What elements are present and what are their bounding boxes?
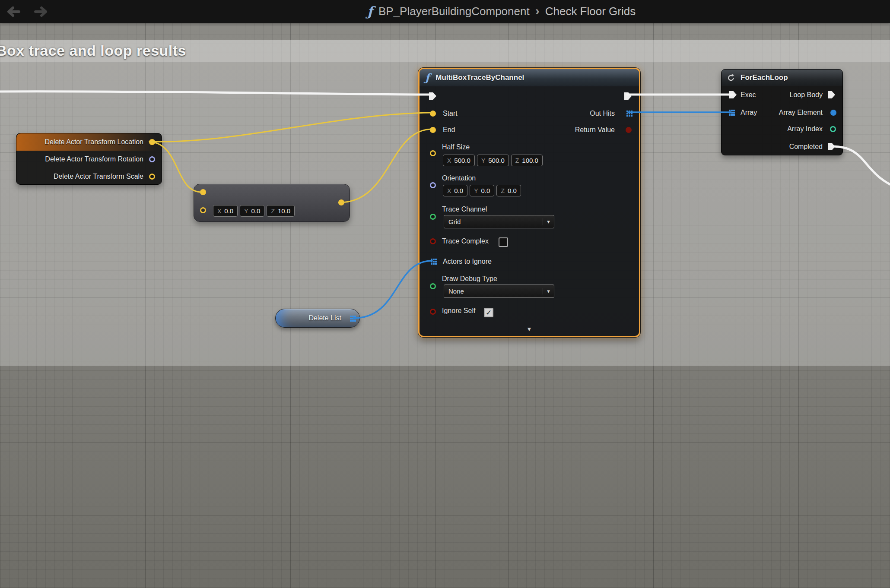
add-x-field[interactable]: X 0.0 (213, 205, 238, 217)
caret-down-icon: ▾ (543, 288, 554, 294)
axis-label: Z (271, 208, 275, 215)
array-element-label: Array Element (779, 108, 823, 117)
add-z-field[interactable]: Z 10.0 (267, 205, 295, 217)
comment-title: Box trace and loop results (0, 42, 186, 59)
vector-add-node[interactable]: X 0.0 Y 0.0 Z 10.0 (194, 184, 350, 222)
out-hits-pin[interactable] (626, 111, 628, 112)
delete-list-output-pin[interactable] (350, 316, 352, 317)
add-output-pin[interactable] (338, 199, 344, 205)
blueprint-graph-canvas[interactable]: Box trace and loop results Delete Actor … (0, 0, 890, 588)
return-value-pin[interactable] (626, 127, 632, 133)
trace-channel-value: Grid (444, 218, 543, 225)
axis-label: Y (474, 187, 478, 194)
trace-complex-label: Trace Complex (442, 237, 489, 246)
half-size-z-field[interactable]: Z 100.0 (511, 155, 543, 166)
loop-icon (727, 73, 735, 82)
transform-scale-row[interactable]: Delete Actor Transform Scale (16, 168, 162, 185)
axis-value: 0.0 (508, 187, 517, 194)
exec-label: Exec (741, 91, 756, 99)
trace-channel-dropdown[interactable]: Grid ▾ (444, 215, 554, 228)
rotation-output-pin[interactable] (149, 156, 155, 162)
loop-body-pin[interactable] (828, 91, 835, 98)
orientation-x-field[interactable]: X 0.0 (443, 185, 467, 196)
out-hits-label: Out Hits (590, 109, 615, 118)
axis-value: 500.0 (488, 157, 505, 164)
node-title: ForEachLoop (741, 73, 788, 82)
trace-channel-pin[interactable] (430, 214, 436, 220)
array-element-pin[interactable] (830, 110, 836, 116)
array-input-pin[interactable] (729, 110, 731, 111)
axis-value: 10.0 (278, 207, 290, 215)
axis-value: 0.0 (481, 187, 490, 194)
transform-location-row[interactable]: Delete Actor Transform Location (16, 133, 162, 151)
node-collapse-arrow[interactable]: ▼ (420, 326, 639, 332)
back-button[interactable] (6, 6, 22, 18)
orientation-pin[interactable] (430, 182, 436, 188)
orientation-z-field[interactable]: Z 0.0 (496, 185, 521, 196)
half-size-y-field[interactable]: Y 500.0 (477, 155, 509, 166)
return-value-label: Return Value (575, 126, 615, 134)
trace-complex-checkbox[interactable] (499, 237, 508, 247)
comment-box-header[interactable]: Box trace and loop results (0, 40, 890, 63)
function-icon: ƒ (425, 73, 429, 83)
location-output-pin[interactable] (149, 139, 155, 145)
half-size-x-field[interactable]: X 500.0 (443, 155, 475, 166)
axis-value: 0.0 (454, 187, 463, 194)
end-pin[interactable] (430, 127, 436, 133)
completed-pin[interactable] (828, 143, 835, 150)
half-size-label: Half Size (442, 143, 470, 152)
transform-rotation-label: Delete Actor Transform Rotation (45, 155, 143, 163)
scale-output-pin[interactable] (149, 174, 155, 180)
break-transform-node[interactable]: Delete Actor Transform Location Delete A… (16, 133, 162, 185)
orientation-y-field[interactable]: Y 0.0 (470, 185, 494, 196)
completed-label: Completed (789, 142, 823, 151)
trace-complex-pin[interactable] (430, 238, 436, 244)
node-title-bar[interactable]: ForEachLoop (722, 70, 842, 86)
orientation-label: Orientation (442, 174, 476, 183)
array-index-label: Array Index (787, 125, 823, 133)
draw-debug-type-dropdown[interactable]: None ▾ (444, 285, 554, 298)
breadcrumb: ƒ BP_PlayerBuildingComponent › Check Flo… (367, 0, 636, 23)
axis-label: X (447, 157, 451, 164)
caret-down-icon: ▾ (543, 218, 554, 225)
ignore-self-pin[interactable] (430, 309, 436, 315)
chevron-right-icon: › (535, 3, 540, 18)
axis-label: Z (501, 187, 505, 194)
axis-value: 500.0 (454, 157, 470, 164)
exec-in-pin[interactable] (429, 92, 436, 100)
exec-in-pin[interactable] (729, 91, 737, 98)
axis-value: 100.0 (522, 157, 538, 164)
actors-to-ignore-pin[interactable] (431, 259, 432, 260)
transform-rotation-row[interactable]: Delete Actor Transform Rotation (16, 151, 162, 168)
end-label: End (443, 126, 455, 134)
breadcrumb-graph[interactable]: Check Floor Grids (545, 5, 636, 18)
axis-label: X (217, 208, 221, 215)
axis-value: 0.0 (224, 207, 233, 215)
node-title: MultiBoxTraceByChannel (435, 73, 524, 82)
function-icon: ƒ (367, 4, 373, 19)
transform-scale-label: Delete Actor Transform Scale (54, 173, 143, 180)
ignore-self-checkbox[interactable]: ✓ (484, 308, 493, 317)
node-title-bar[interactable]: ƒ MultiBoxTraceByChannel (420, 69, 639, 86)
array-index-pin[interactable] (830, 126, 836, 132)
array-label: Array (741, 108, 757, 117)
add-input-b-pin[interactable] (200, 207, 206, 213)
axis-value: 0.0 (251, 207, 261, 215)
axis-label: Y (481, 157, 485, 164)
transform-location-label: Delete Actor Transform Location (44, 138, 143, 146)
breadcrumb-blueprint[interactable]: BP_PlayerBuildingComponent (378, 5, 530, 18)
start-label: Start (443, 109, 458, 118)
foreachloop-node[interactable]: ForEachLoop Exec Loop Body Array Array E… (721, 69, 843, 155)
draw-debug-type-pin[interactable] (430, 283, 436, 289)
add-input-a-pin[interactable] (200, 189, 206, 195)
multiboxtracebychannel-node[interactable]: ƒ MultiBoxTraceByChannel Start Out Hits … (418, 68, 640, 337)
forward-button[interactable] (32, 6, 48, 18)
add-y-field[interactable]: Y 0.0 (240, 205, 264, 217)
exec-out-pin[interactable] (624, 92, 632, 100)
delete-list-variable-node[interactable]: Delete List (275, 309, 360, 328)
loop-body-label: Loop Body (789, 91, 823, 99)
half-size-pin[interactable] (430, 150, 436, 156)
draw-debug-type-value: None (444, 288, 543, 295)
start-pin[interactable] (430, 111, 436, 117)
axis-label: Y (244, 208, 248, 215)
